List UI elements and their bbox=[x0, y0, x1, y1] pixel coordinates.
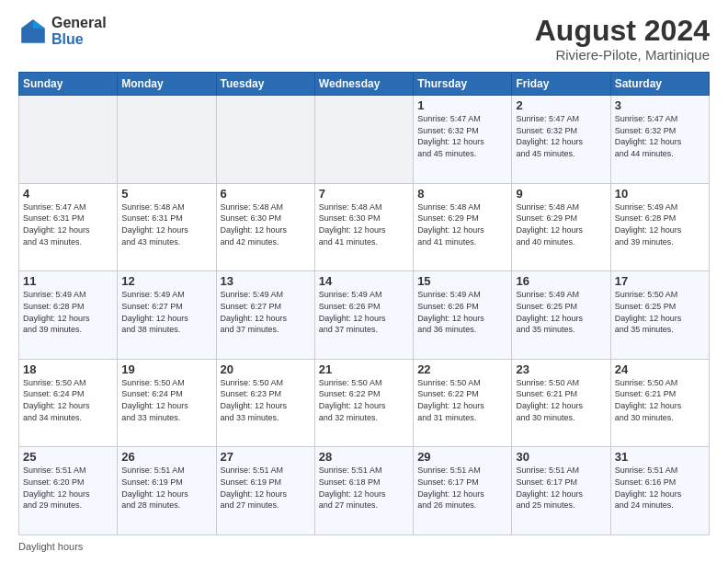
week-row-0: 1Sunrise: 5:47 AM Sunset: 6:32 PM Daylig… bbox=[19, 96, 710, 184]
col-monday: Monday bbox=[118, 73, 216, 96]
col-saturday: Saturday bbox=[610, 73, 709, 96]
logo-icon bbox=[18, 17, 48, 46]
cell-week1-day6: 10Sunrise: 5:49 AM Sunset: 6:28 PM Dayli… bbox=[610, 183, 709, 271]
logo-text: General Blue bbox=[51, 15, 107, 47]
page: General Blue August 2024 Riviere-Pilote,… bbox=[0, 0, 728, 563]
day-info: Sunrise: 5:47 AM Sunset: 6:32 PM Dayligh… bbox=[516, 113, 606, 159]
col-friday: Friday bbox=[512, 73, 610, 96]
day-number: 24 bbox=[615, 362, 705, 376]
day-number: 7 bbox=[319, 187, 409, 201]
cell-week0-day3 bbox=[314, 96, 413, 184]
day-info: Sunrise: 5:51 AM Sunset: 6:18 PM Dayligh… bbox=[319, 465, 409, 511]
day-number: 29 bbox=[417, 450, 507, 464]
cell-week2-day4: 15Sunrise: 5:49 AM Sunset: 6:26 PM Dayli… bbox=[414, 271, 512, 360]
day-number: 3 bbox=[615, 98, 705, 112]
cell-week1-day3: 7Sunrise: 5:48 AM Sunset: 6:30 PM Daylig… bbox=[314, 183, 413, 271]
cell-week4-day1: 26Sunrise: 5:51 AM Sunset: 6:19 PM Dayli… bbox=[118, 447, 216, 535]
cell-week2-day1: 12Sunrise: 5:49 AM Sunset: 6:27 PM Dayli… bbox=[118, 271, 216, 360]
day-info: Sunrise: 5:51 AM Sunset: 6:19 PM Dayligh… bbox=[221, 465, 311, 511]
day-info: Sunrise: 5:49 AM Sunset: 6:27 PM Dayligh… bbox=[221, 289, 311, 335]
calendar-header: Sunday Monday Tuesday Wednesday Thursday… bbox=[19, 73, 710, 96]
day-info: Sunrise: 5:51 AM Sunset: 6:19 PM Dayligh… bbox=[121, 465, 211, 511]
calendar-body: 1Sunrise: 5:47 AM Sunset: 6:32 PM Daylig… bbox=[19, 96, 710, 535]
cell-week4-day6: 31Sunrise: 5:51 AM Sunset: 6:16 PM Dayli… bbox=[610, 447, 709, 535]
day-info: Sunrise: 5:49 AM Sunset: 6:28 PM Dayligh… bbox=[23, 289, 113, 335]
cell-week3-day2: 20Sunrise: 5:50 AM Sunset: 6:23 PM Dayli… bbox=[216, 359, 314, 447]
day-info: Sunrise: 5:51 AM Sunset: 6:17 PM Dayligh… bbox=[417, 465, 507, 511]
cell-week4-day4: 29Sunrise: 5:51 AM Sunset: 6:17 PM Dayli… bbox=[414, 447, 512, 535]
title-block: August 2024 Riviere-Pilote, Martinique bbox=[535, 15, 710, 63]
day-info: Sunrise: 5:48 AM Sunset: 6:31 PM Dayligh… bbox=[121, 201, 211, 247]
header: General Blue August 2024 Riviere-Pilote,… bbox=[18, 15, 710, 63]
day-number: 13 bbox=[221, 274, 311, 288]
day-number: 10 bbox=[615, 187, 705, 201]
cell-week3-day1: 19Sunrise: 5:50 AM Sunset: 6:24 PM Dayli… bbox=[118, 359, 216, 447]
day-number: 14 bbox=[319, 274, 409, 288]
cell-week1-day4: 8Sunrise: 5:48 AM Sunset: 6:29 PM Daylig… bbox=[414, 183, 512, 271]
header-row: Sunday Monday Tuesday Wednesday Thursday… bbox=[19, 73, 710, 96]
day-number: 2 bbox=[516, 98, 606, 112]
day-info: Sunrise: 5:50 AM Sunset: 6:21 PM Dayligh… bbox=[615, 377, 705, 423]
cell-week1-day2: 6Sunrise: 5:48 AM Sunset: 6:30 PM Daylig… bbox=[216, 183, 314, 271]
day-number: 5 bbox=[121, 187, 211, 201]
cell-week3-day4: 22Sunrise: 5:50 AM Sunset: 6:22 PM Dayli… bbox=[414, 359, 512, 447]
day-number: 28 bbox=[319, 450, 409, 464]
day-number: 16 bbox=[516, 274, 606, 288]
day-info: Sunrise: 5:50 AM Sunset: 6:25 PM Dayligh… bbox=[615, 289, 705, 335]
cell-week3-day5: 23Sunrise: 5:50 AM Sunset: 6:21 PM Dayli… bbox=[512, 359, 610, 447]
calendar-title: August 2024 bbox=[535, 15, 710, 47]
day-number: 30 bbox=[516, 450, 606, 464]
cell-week0-day0 bbox=[19, 96, 118, 184]
day-info: Sunrise: 5:50 AM Sunset: 6:22 PM Dayligh… bbox=[417, 377, 507, 423]
cell-week4-day5: 30Sunrise: 5:51 AM Sunset: 6:17 PM Dayli… bbox=[512, 447, 610, 535]
cell-week2-day3: 14Sunrise: 5:49 AM Sunset: 6:26 PM Dayli… bbox=[314, 271, 413, 360]
cell-week4-day0: 25Sunrise: 5:51 AM Sunset: 6:20 PM Dayli… bbox=[19, 447, 118, 535]
day-info: Sunrise: 5:49 AM Sunset: 6:26 PM Dayligh… bbox=[319, 289, 409, 335]
week-row-1: 4Sunrise: 5:47 AM Sunset: 6:31 PM Daylig… bbox=[19, 183, 710, 271]
cell-week1-day5: 9Sunrise: 5:48 AM Sunset: 6:29 PM Daylig… bbox=[512, 183, 610, 271]
day-info: Sunrise: 5:50 AM Sunset: 6:24 PM Dayligh… bbox=[23, 377, 113, 423]
day-number: 23 bbox=[516, 362, 606, 376]
day-number: 26 bbox=[121, 450, 211, 464]
day-number: 27 bbox=[221, 450, 311, 464]
logo: General Blue bbox=[18, 15, 107, 47]
cell-week0-day2 bbox=[216, 96, 314, 184]
day-info: Sunrise: 5:47 AM Sunset: 6:32 PM Dayligh… bbox=[417, 113, 507, 159]
day-number: 31 bbox=[615, 450, 705, 464]
day-info: Sunrise: 5:50 AM Sunset: 6:23 PM Dayligh… bbox=[221, 377, 311, 423]
logo-blue: Blue bbox=[51, 31, 107, 48]
day-number: 9 bbox=[516, 187, 606, 201]
day-info: Sunrise: 5:51 AM Sunset: 6:20 PM Dayligh… bbox=[23, 465, 113, 511]
day-info: Sunrise: 5:48 AM Sunset: 6:29 PM Dayligh… bbox=[417, 201, 507, 247]
day-info: Sunrise: 5:48 AM Sunset: 6:30 PM Dayligh… bbox=[319, 201, 409, 247]
footer-text: Daylight hours bbox=[18, 541, 83, 552]
day-number: 17 bbox=[615, 274, 705, 288]
cell-week0-day4: 1Sunrise: 5:47 AM Sunset: 6:32 PM Daylig… bbox=[414, 96, 512, 184]
week-row-2: 11Sunrise: 5:49 AM Sunset: 6:28 PM Dayli… bbox=[19, 271, 710, 360]
col-wednesday: Wednesday bbox=[314, 73, 413, 96]
calendar-table: Sunday Monday Tuesday Wednesday Thursday… bbox=[18, 72, 710, 535]
cell-week3-day0: 18Sunrise: 5:50 AM Sunset: 6:24 PM Dayli… bbox=[19, 359, 118, 447]
logo-general: General bbox=[51, 15, 107, 31]
day-info: Sunrise: 5:47 AM Sunset: 6:31 PM Dayligh… bbox=[23, 201, 113, 247]
day-number: 22 bbox=[417, 362, 507, 376]
cell-week2-day2: 13Sunrise: 5:49 AM Sunset: 6:27 PM Dayli… bbox=[216, 271, 314, 360]
col-thursday: Thursday bbox=[414, 73, 512, 96]
day-info: Sunrise: 5:50 AM Sunset: 6:22 PM Dayligh… bbox=[319, 377, 409, 423]
svg-marker-2 bbox=[21, 19, 33, 29]
day-number: 18 bbox=[23, 362, 113, 376]
day-number: 20 bbox=[221, 362, 311, 376]
day-number: 11 bbox=[23, 274, 113, 288]
day-number: 25 bbox=[23, 450, 113, 464]
day-number: 21 bbox=[319, 362, 409, 376]
day-info: Sunrise: 5:48 AM Sunset: 6:29 PM Dayligh… bbox=[516, 201, 606, 247]
day-number: 6 bbox=[221, 187, 311, 201]
day-number: 1 bbox=[417, 98, 507, 112]
cell-week4-day2: 27Sunrise: 5:51 AM Sunset: 6:19 PM Dayli… bbox=[216, 447, 314, 535]
day-number: 8 bbox=[417, 187, 507, 201]
cell-week3-day6: 24Sunrise: 5:50 AM Sunset: 6:21 PM Dayli… bbox=[610, 359, 709, 447]
cell-week1-day1: 5Sunrise: 5:48 AM Sunset: 6:31 PM Daylig… bbox=[118, 183, 216, 271]
day-info: Sunrise: 5:49 AM Sunset: 6:25 PM Dayligh… bbox=[516, 289, 606, 335]
svg-marker-1 bbox=[33, 19, 45, 29]
col-tuesday: Tuesday bbox=[216, 73, 314, 96]
